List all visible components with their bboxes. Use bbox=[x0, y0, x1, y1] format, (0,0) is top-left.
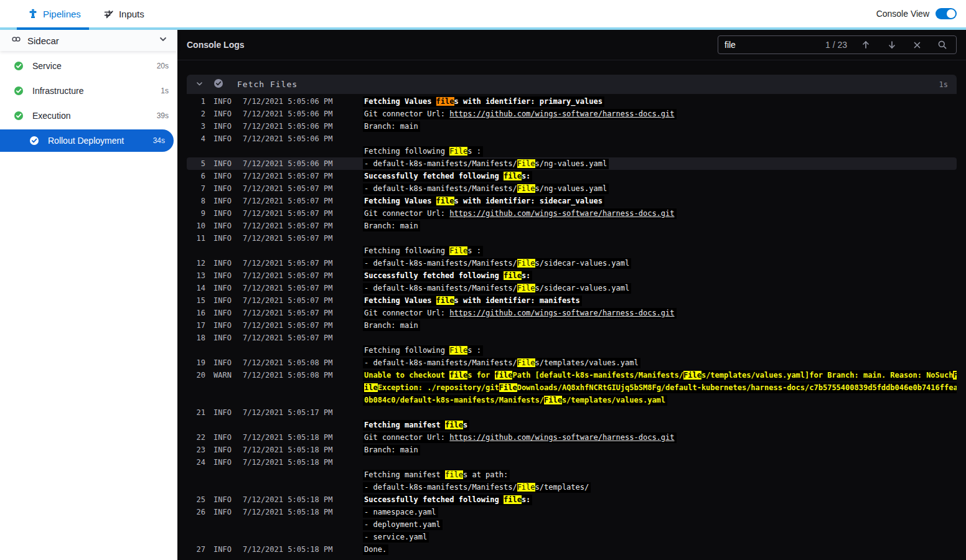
log-search: 1 / 23 bbox=[718, 35, 957, 54]
log-row: 14INFO7/12/2021 5:05:07 PM- default-k8s-… bbox=[187, 282, 957, 294]
search-match-highlight: File bbox=[499, 383, 517, 392]
log-timestamp: 7/12/2021 5:05:07 PM bbox=[243, 195, 363, 207]
log-row: 16INFO7/12/2021 5:05:07 PMGit connector … bbox=[187, 307, 957, 319]
log-line-number: 17 bbox=[187, 319, 213, 332]
log-level: INFO bbox=[213, 133, 243, 145]
search-match-highlight: file bbox=[449, 371, 467, 380]
log-row: ileException: ./repository/gitFileDownlo… bbox=[187, 381, 957, 394]
search-match-highlight: file bbox=[504, 172, 522, 180]
log-message: Successfully fetched following files: bbox=[363, 493, 957, 506]
log-message: - default-k8s-manifests/Manifests/Files/… bbox=[363, 182, 957, 195]
log-timestamp: 7/12/2021 5:05:07 PM bbox=[243, 207, 363, 220]
log-line-number: 23 bbox=[187, 444, 213, 456]
log-link[interactable]: https://github.com/wings-software/harnes… bbox=[449, 433, 674, 442]
search-match-highlight: File bbox=[449, 246, 467, 255]
search-match-highlight: file bbox=[445, 470, 463, 479]
log-row: 17INFO7/12/2021 5:05:07 PMBranch: main bbox=[187, 319, 957, 332]
search-input[interactable] bbox=[724, 40, 814, 50]
log-row: 5INFO7/12/2021 5:05:06 PM- default-k8s-m… bbox=[187, 157, 957, 170]
sidebar-header[interactable]: Sidecar bbox=[0, 30, 177, 51]
log-row: Fetching following Files : bbox=[187, 344, 957, 357]
log-level: INFO bbox=[213, 257, 243, 269]
log-timestamp: 7/12/2021 5:05:07 PM bbox=[243, 257, 363, 269]
step-duration: 1s bbox=[161, 86, 169, 95]
sidebar-item-label: Execution bbox=[32, 111, 148, 121]
log-link[interactable]: https://github.com/wings-software/harnes… bbox=[449, 209, 674, 218]
sidebar-item-infrastructure[interactable]: Infrastructure1s bbox=[0, 78, 177, 103]
log-link[interactable]: https://github.com/wings-software/harnes… bbox=[449, 110, 674, 118]
log-line-number: 4 bbox=[187, 133, 213, 145]
console-view-toggle[interactable] bbox=[936, 8, 957, 19]
log-message: - deployment.yaml bbox=[363, 518, 957, 531]
log-message: Branch: main bbox=[363, 220, 957, 232]
log-level: WARN bbox=[213, 369, 243, 381]
log-message: Git connector Url: https://github.com/wi… bbox=[363, 207, 957, 220]
tab-pipelines-label: Pipelines bbox=[43, 9, 81, 19]
chevron-down-icon[interactable] bbox=[195, 79, 204, 90]
log-rows: 1INFO7/12/2021 5:05:06 PMFetching Values… bbox=[187, 94, 957, 556]
toggle-knob bbox=[947, 9, 955, 18]
log-line-number: 5 bbox=[187, 157, 213, 170]
log-level: INFO bbox=[213, 332, 243, 344]
log-level: INFO bbox=[213, 170, 243, 182]
log-row: Fetching following Files : bbox=[187, 245, 957, 257]
tab-inputs[interactable]: Inputs bbox=[92, 0, 156, 27]
log-message: - default-k8s-manifests/Manifests/Files/… bbox=[363, 282, 957, 294]
log-line-number: 11 bbox=[187, 232, 213, 245]
log-timestamp: 7/12/2021 5:05:17 PM bbox=[243, 406, 363, 419]
log-row: 8INFO7/12/2021 5:05:07 PMFetching Values… bbox=[187, 195, 957, 207]
log-section-header[interactable]: Fetch Files 1s bbox=[187, 75, 957, 94]
log-message: Fetching following Files : bbox=[363, 145, 957, 157]
log-level: INFO bbox=[213, 319, 243, 332]
search-match-highlight: F bbox=[953, 371, 957, 380]
log-line-number: 19 bbox=[187, 357, 213, 369]
log-row: 2INFO7/12/2021 5:05:06 PMGit connector U… bbox=[187, 108, 957, 120]
step-duration: 34s bbox=[153, 136, 165, 145]
log-timestamp: 7/12/2021 5:05:07 PM bbox=[243, 220, 363, 232]
log-timestamp: 7/12/2021 5:05:06 PM bbox=[243, 133, 363, 145]
search-match-highlight: File bbox=[517, 358, 535, 367]
log-level: INFO bbox=[213, 294, 243, 307]
log-message: Successfully fetched following files: bbox=[363, 269, 957, 282]
prev-match-button[interactable] bbox=[858, 40, 873, 50]
log-row: 26INFO7/12/2021 5:05:18 PM- namespace.ya… bbox=[187, 506, 957, 518]
search-match-highlight: file bbox=[504, 495, 522, 504]
log-message: Successfully fetched following files: bbox=[363, 170, 957, 182]
log-line-number: 1 bbox=[187, 95, 213, 108]
search-match-highlight: file bbox=[445, 421, 463, 429]
log-row: 25INFO7/12/2021 5:05:18 PMSuccessfully f… bbox=[187, 493, 957, 506]
search-match-highlight: File bbox=[517, 483, 535, 492]
clear-search-button[interactable] bbox=[911, 41, 924, 49]
search-match-highlight: File bbox=[449, 147, 467, 156]
log-level: INFO bbox=[213, 157, 243, 170]
sidebar-item-rollout-deployment[interactable]: Rollout Deployment34s bbox=[0, 129, 174, 152]
log-message: Git connector Url: https://github.com/wi… bbox=[363, 307, 957, 319]
log-row: 21INFO7/12/2021 5:05:17 PM bbox=[187, 406, 957, 419]
log-row: - service.yaml bbox=[187, 531, 957, 543]
sidebar-item-service[interactable]: Service20s bbox=[0, 54, 177, 78]
console-panel: Console Logs 1 / 23 bbox=[177, 30, 966, 560]
log-row: 15INFO7/12/2021 5:05:07 PMFetching Value… bbox=[187, 294, 957, 307]
log-row: - default-k8s-manifests/Manifests/Files/… bbox=[187, 481, 957, 493]
log-level: INFO bbox=[213, 357, 243, 369]
sidebar-item-label: Infrastructure bbox=[32, 86, 152, 96]
tab-pipelines[interactable]: Pipelines bbox=[17, 0, 92, 27]
search-match-highlight: file bbox=[436, 197, 454, 205]
log-line-number: 3 bbox=[187, 120, 213, 133]
sidebar-item-label: Service bbox=[32, 61, 148, 71]
next-match-button[interactable] bbox=[884, 40, 899, 50]
link-icon bbox=[11, 34, 21, 47]
log-message: 0b084c0/default-k8s-manifests/Manifests/… bbox=[363, 394, 957, 406]
log-row: 20WARN7/12/2021 5:05:08 PMUnable to chec… bbox=[187, 369, 957, 381]
log-timestamp: 7/12/2021 5:05:07 PM bbox=[243, 294, 363, 307]
chevron-down-icon[interactable] bbox=[159, 35, 167, 46]
log-message: - namespace.yaml bbox=[363, 506, 957, 518]
log-link[interactable]: https://github.com/wings-software/harnes… bbox=[449, 309, 674, 317]
log-level: INFO bbox=[213, 456, 243, 469]
log-timestamp: 7/12/2021 5:05:08 PM bbox=[243, 357, 363, 369]
search-match-highlight: ile bbox=[364, 383, 378, 392]
log-message: Fetching following Files : bbox=[363, 245, 957, 257]
search-icon[interactable] bbox=[935, 40, 950, 50]
log-row: 11INFO7/12/2021 5:05:07 PM bbox=[187, 232, 957, 245]
sidebar-item-execution[interactable]: Execution39s bbox=[0, 103, 177, 128]
